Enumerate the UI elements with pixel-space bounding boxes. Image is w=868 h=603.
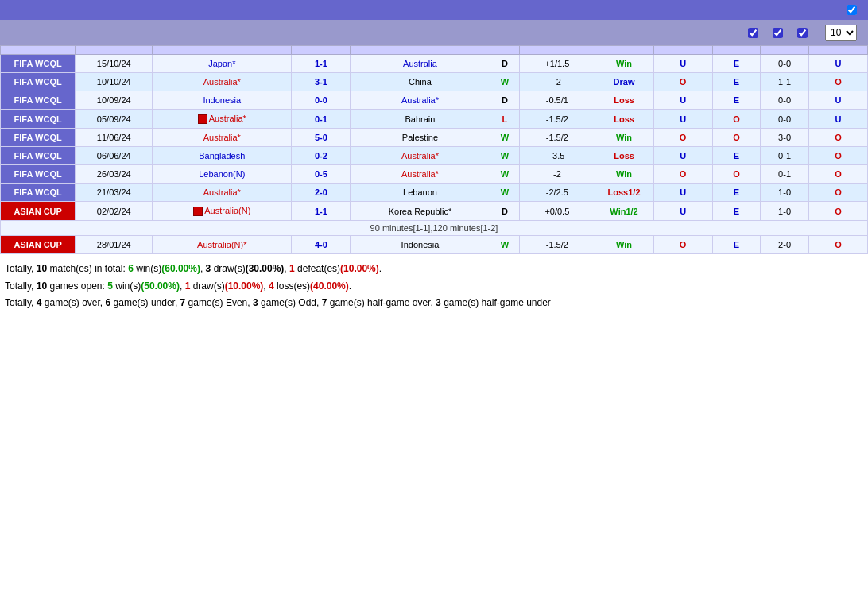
note-cell: 90 minutes[1-1],120 minutes[1-2] — [1, 221, 868, 236]
table-row: FIFA WCQL 05/09/24 Australia* 0-1 Bahrai… — [1, 110, 868, 129]
team2-cell: Australia* — [351, 165, 490, 184]
match-type-cell: ASIAN CUP — [1, 236, 76, 254]
interf-filter — [748, 28, 761, 38]
oddeven-cell: E — [712, 184, 761, 202]
summary-line3: Totally, 4 game(s) over, 6 game(s) under… — [5, 295, 863, 312]
match-type-cell: FIFA WCQL — [1, 73, 76, 91]
team1-cell: Indonesia — [153, 91, 292, 110]
ou075-cell: O — [808, 236, 867, 254]
date-cell: 10/10/24 — [76, 73, 153, 91]
wdl-cell: W — [490, 165, 520, 184]
ou25-cell: U — [653, 91, 712, 110]
team2-cell: Australia* — [351, 91, 490, 110]
ou25-cell: U — [653, 110, 712, 129]
wdl-cell: W — [490, 184, 520, 202]
last-games-select[interactable]: 5 10 15 20 25 30 — [825, 25, 857, 41]
result-cell: 0-5 — [292, 165, 351, 184]
summary-line2: Totally, 10 games open: 5 win(s)(50.00%)… — [5, 278, 863, 296]
result-cell: 2-0 — [292, 184, 351, 202]
date-cell: 11/06/24 — [76, 129, 153, 147]
handicap-cell: -1.5/2 — [520, 110, 595, 129]
match-type-cell: FIFA WCQL — [1, 129, 76, 147]
handicap-cell: -2/2.5 — [520, 184, 595, 202]
odds-cell: Draw — [595, 73, 653, 91]
table-row: FIFA WCQL 26/03/24 Lebanon(N) 0-5 Austra… — [1, 165, 868, 184]
ou25-cell: U — [653, 202, 712, 221]
col-oddeven — [712, 46, 761, 55]
summary-line1: Totally, 10 match(es) in total: 6 win(s)… — [5, 261, 863, 278]
odds-cell: Loss — [595, 91, 653, 110]
date-cell: 26/03/24 — [76, 165, 153, 184]
table-row: FIFA WCQL 10/09/24 Indonesia 0-0 Austral… — [1, 91, 868, 110]
col-ht — [761, 46, 809, 55]
date-cell: 02/02/24 — [76, 202, 153, 221]
ou25-cell: U — [653, 184, 712, 202]
ou075-cell: O — [808, 165, 867, 184]
col-odds — [595, 46, 653, 55]
ht-cell: 0-0 — [761, 55, 809, 73]
handicap-cell: -0.5/1 — [520, 91, 595, 110]
odds-cell: Win — [595, 55, 653, 73]
team1-cell: Australia* — [153, 184, 292, 202]
red-card-icon — [193, 207, 203, 216]
oddeven-cell: E — [712, 236, 761, 254]
date-cell: 15/10/24 — [76, 55, 153, 73]
col-team2 — [351, 46, 490, 55]
ht-cell: 0-0 — [761, 110, 809, 129]
oddeven-cell: O — [712, 165, 761, 184]
fifawcql-filter — [773, 28, 786, 38]
ht-cell: 0-0 — [761, 91, 809, 110]
oddeven-cell: O — [712, 110, 761, 129]
col-wdl — [490, 46, 520, 55]
fifawcql-checkbox[interactable] — [773, 28, 783, 38]
team1-cell: Australia* — [153, 110, 292, 129]
summary-section: Totally, 10 match(es) in total: 6 win(s)… — [0, 254, 868, 319]
ou25-cell: O — [653, 165, 712, 184]
handicap-cell: -2 — [520, 165, 595, 184]
wdl-cell: D — [490, 202, 520, 221]
wdl-cell: W — [490, 236, 520, 254]
table-row: FIFA WCQL 15/10/24 Japan* 1-1 Australia … — [1, 55, 868, 73]
wdl-cell: L — [490, 110, 520, 129]
oddeven-cell: E — [712, 55, 761, 73]
oddeven-cell: E — [712, 73, 761, 91]
match-type-cell: FIFA WCQL — [1, 91, 76, 110]
odds-cell: Win — [595, 129, 653, 147]
ou25-cell: O — [653, 236, 712, 254]
wdl-cell: W — [490, 73, 520, 91]
ou075-cell: U — [808, 110, 867, 129]
team1-cell: Bangladesh — [153, 147, 292, 165]
result-cell: 3-1 — [292, 73, 351, 91]
interf-checkbox[interactable] — [748, 28, 758, 38]
col-handicap — [520, 46, 595, 55]
table-row: FIFA WCQL 06/06/24 Bangladesh 0-2 Austra… — [1, 147, 868, 165]
ht-cell: 3-0 — [761, 129, 809, 147]
asiancup-checkbox[interactable] — [797, 28, 808, 38]
oddeven-cell: E — [712, 202, 761, 221]
note-row: 90 minutes[1-1],120 minutes[1-2] — [1, 221, 868, 236]
odds-cell: Win — [595, 165, 653, 184]
header — [0, 0, 868, 20]
odds-cell: Loss1/2 — [595, 184, 653, 202]
team2-cell: Lebanon — [351, 184, 490, 202]
wdl-cell: W — [490, 147, 520, 165]
table-row: FIFA WCQL 10/10/24 Australia* 3-1 China … — [1, 73, 868, 91]
col-result — [292, 46, 351, 55]
team2-cell: China — [351, 73, 490, 91]
match-type-cell: FIFA WCQL — [1, 147, 76, 165]
ou075-cell: O — [808, 73, 867, 91]
handicap-cell: +0/0.5 — [520, 202, 595, 221]
team2-cell: Bahrain — [351, 110, 490, 129]
ou25-cell: O — [653, 129, 712, 147]
wdl-cell: W — [490, 129, 520, 147]
match-type-cell: ASIAN CUP — [1, 202, 76, 221]
match-type-cell: FIFA WCQL — [1, 184, 76, 202]
team1-cell: Australia* — [153, 73, 292, 91]
ht-cell: 1-1 — [761, 73, 809, 91]
odds-cell: Loss — [595, 110, 653, 129]
team1-cell: Lebanon(N) — [153, 165, 292, 184]
result-cell: 0-0 — [292, 91, 351, 110]
odds-cell: Loss — [595, 147, 653, 165]
display-notes-checkbox[interactable] — [847, 5, 857, 15]
table-row: ASIAN CUP 28/01/24 Australia(N)* 4-0 Ind… — [1, 236, 868, 254]
